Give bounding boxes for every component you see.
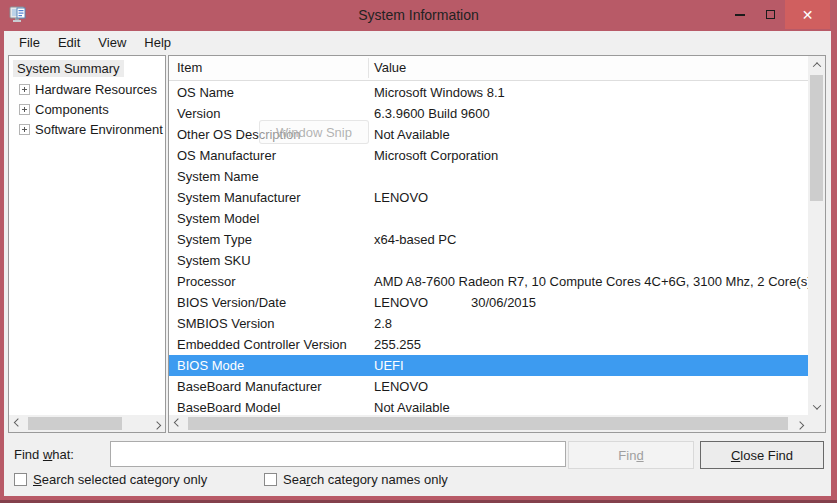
expand-plus-icon[interactable] xyxy=(19,124,30,135)
item-cell: System Manufacturer xyxy=(169,190,366,205)
menu-help[interactable]: Help xyxy=(135,32,180,53)
scroll-right-icon[interactable] xyxy=(791,415,808,432)
search-category-names-checkbox-row: Search category names only xyxy=(264,472,448,487)
tree-item-software-environment[interactable]: Software Environment xyxy=(19,119,165,139)
item-cell: Processor xyxy=(169,274,366,289)
value-cell: x64-based PC xyxy=(366,232,808,247)
table-row[interactable]: SMBIOS Version2.8 xyxy=(169,313,808,334)
item-cell: System Model xyxy=(169,211,366,226)
item-cell: BIOS Version/Date xyxy=(169,295,366,310)
search-category-names-checkbox[interactable] xyxy=(264,473,277,486)
menu-bar: File Edit View Help xyxy=(4,31,831,53)
value-cell: Microsoft Windows 8.1 xyxy=(366,85,808,100)
item-cell: SMBIOS Version xyxy=(169,316,366,331)
value-cell: UEFI xyxy=(366,358,808,373)
table-row[interactable]: BaseBoard ModelNot Available xyxy=(169,397,808,415)
item-cell: System Name xyxy=(169,169,366,184)
window-title: System Information xyxy=(0,7,837,23)
item-cell: BIOS Mode xyxy=(169,358,366,373)
maximize-icon xyxy=(766,10,775,19)
value-cell: AMD A8-7600 Radeon R7, 10 Compute Cores … xyxy=(366,274,808,289)
find-input[interactable] xyxy=(110,441,566,467)
item-cell: System Type xyxy=(169,232,366,247)
column-divider[interactable] xyxy=(368,58,369,78)
table-row[interactable]: System ManufacturerLENOVO xyxy=(169,187,808,208)
close-icon: ✕ xyxy=(802,8,814,22)
find-what-label: Find what: xyxy=(14,447,74,462)
scroll-left-icon[interactable] xyxy=(169,415,186,432)
item-cell: Version xyxy=(169,106,366,121)
table-row[interactable]: System SKU xyxy=(169,250,808,271)
checkbox-label: Search selected category only xyxy=(33,472,207,487)
menu-file[interactable]: File xyxy=(10,32,49,53)
table-row[interactable]: BIOS ModeUEFI xyxy=(169,355,808,376)
value-cell: 6.3.9600 Build 9600 xyxy=(366,106,808,121)
search-selected-category-checkbox-row: Search selected category only xyxy=(14,472,207,487)
scroll-down-icon[interactable] xyxy=(808,398,825,415)
system-information-window: System Information ✕ File Edit View Help… xyxy=(0,0,837,503)
expand-plus-icon[interactable] xyxy=(19,84,30,95)
maximize-button[interactable] xyxy=(755,0,785,29)
menu-view[interactable]: View xyxy=(89,32,135,53)
detail-list-panel: Item Value OS NameMicrosoft Windows 8.1V… xyxy=(168,55,826,433)
tree-item-label: Components xyxy=(35,102,109,117)
tree-item-label: Software Environment xyxy=(35,122,163,137)
expand-plus-icon[interactable] xyxy=(19,104,30,115)
table-row[interactable]: BIOS Version/DateLENOVO30/06/2015 xyxy=(169,292,808,313)
table-row[interactable]: OS NameMicrosoft Windows 8.1 xyxy=(169,82,808,103)
client-area: File Edit View Help System Summary Hardw… xyxy=(4,31,831,496)
table-row[interactable]: ProcessorAMD A8-7600 Radeon R7, 10 Compu… xyxy=(169,271,808,292)
item-cell: OS Name xyxy=(169,85,366,100)
tree-item-hardware-resources[interactable]: Hardware Resources xyxy=(19,79,165,99)
titlebar: System Information ✕ xyxy=(0,0,837,31)
value-cell: Not Available xyxy=(366,127,808,142)
value-cell: LENOVO xyxy=(366,379,808,394)
tree-item-components[interactable]: Components xyxy=(19,99,165,119)
window-snip-ghost: Window Snip xyxy=(259,120,369,144)
category-tree-panel: System Summary Hardware Resources Compon… xyxy=(8,55,166,433)
table-row[interactable]: OS ManufacturerMicrosoft Corporation xyxy=(169,145,808,166)
item-cell: System SKU xyxy=(169,253,366,268)
minimize-icon xyxy=(735,14,745,16)
scrollbar-corner xyxy=(808,415,825,432)
list-header: Item Value xyxy=(169,56,808,81)
table-row[interactable]: System Name xyxy=(169,166,808,187)
tree-item-label: Hardware Resources xyxy=(35,82,157,97)
checkbox-label: Search category names only xyxy=(283,472,448,487)
value-cell: 255.255 xyxy=(366,337,808,352)
value-cell: 2.8 xyxy=(366,316,808,331)
item-cell: BaseBoard Model xyxy=(169,400,366,415)
menu-edit[interactable]: Edit xyxy=(49,32,89,53)
close-find-button[interactable]: Close Find xyxy=(700,441,824,469)
value-cell: Microsoft Corporation xyxy=(366,148,808,163)
table-row[interactable]: System Model xyxy=(169,208,808,229)
list-hscroll-thumb[interactable] xyxy=(188,417,788,430)
tree-item-system-summary[interactable]: System Summary xyxy=(13,60,124,77)
list-vscroll-thumb[interactable] xyxy=(810,75,823,201)
value-cell: Not Available xyxy=(366,400,808,415)
scroll-right-icon[interactable] xyxy=(148,415,165,432)
category-tree: System Summary Hardware Resources Compon… xyxy=(9,56,165,415)
scroll-up-icon[interactable] xyxy=(808,56,825,73)
close-button[interactable]: ✕ xyxy=(785,0,830,29)
tree-horizontal-scrollbar[interactable] xyxy=(9,415,165,432)
item-cell: Embedded Controller Version xyxy=(169,337,366,352)
value-cell: LENOVO xyxy=(366,190,808,205)
find-button[interactable]: Find xyxy=(568,441,694,469)
table-row[interactable]: Embedded Controller Version255.255 xyxy=(169,334,808,355)
list-vertical-scrollbar[interactable] xyxy=(808,56,825,415)
list-horizontal-scrollbar[interactable] xyxy=(169,415,808,432)
column-header-value[interactable]: Value xyxy=(374,60,406,75)
table-row[interactable]: BaseBoard ManufacturerLENOVO xyxy=(169,376,808,397)
item-cell: BaseBoard Manufacturer xyxy=(169,379,366,394)
value-cell: LENOVO30/06/2015 xyxy=(366,295,808,310)
minimize-button[interactable] xyxy=(725,0,755,29)
table-row[interactable]: System Typex64-based PC xyxy=(169,229,808,250)
tree-hscroll-thumb[interactable] xyxy=(28,417,122,430)
item-cell: OS Manufacturer xyxy=(169,148,366,163)
scroll-left-icon[interactable] xyxy=(9,415,26,432)
search-selected-category-checkbox[interactable] xyxy=(14,473,27,486)
column-header-item[interactable]: Item xyxy=(177,60,202,75)
